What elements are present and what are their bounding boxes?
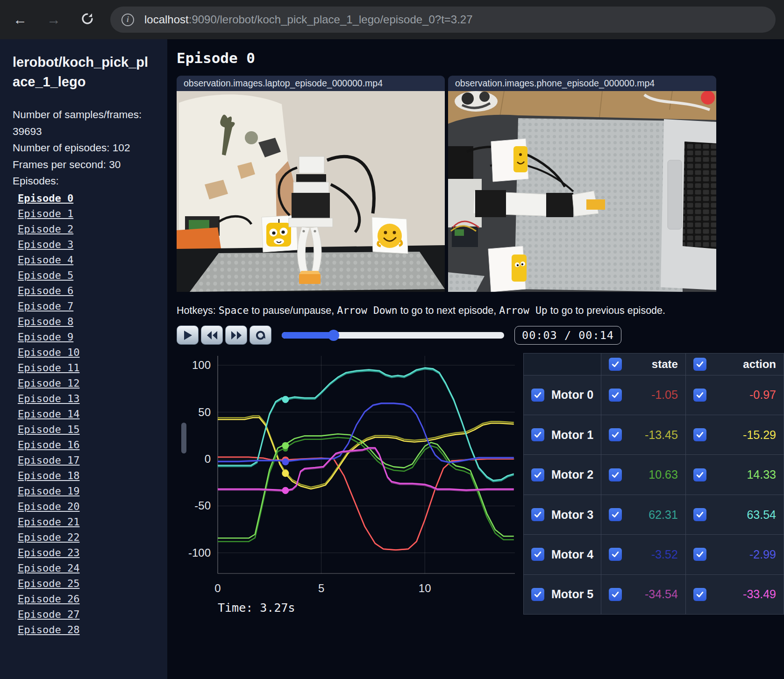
action-column-header: action bbox=[743, 358, 776, 371]
state-value: -13.45 bbox=[645, 428, 678, 442]
table-row: Motor 4-3.52-2.99 bbox=[524, 535, 784, 574]
yellow-brick bbox=[586, 199, 605, 210]
svg-text:100: 100 bbox=[192, 359, 211, 371]
checkbox[interactable] bbox=[531, 428, 544, 441]
motor-label: Motor 1 bbox=[551, 428, 593, 442]
video-frame-laptop bbox=[177, 91, 445, 292]
table-row: Motor 0-1.05-0.97 bbox=[524, 375, 784, 415]
hug-emoji-box bbox=[491, 139, 528, 182]
motor-label: Motor 2 bbox=[551, 468, 593, 481]
checkbox[interactable] bbox=[531, 588, 544, 601]
address-bar[interactable]: i localhost:9090/lerobot/koch_pick_place… bbox=[110, 7, 776, 33]
episode-link[interactable]: Episode 5 bbox=[13, 268, 167, 283]
state-value: -3.52 bbox=[651, 548, 678, 561]
episode-link[interactable]: Episode 2 bbox=[13, 221, 167, 237]
episode-link[interactable]: Episode 28 bbox=[13, 622, 167, 637]
episode-link[interactable]: Episode 4 bbox=[13, 252, 167, 268]
play-button[interactable] bbox=[177, 325, 199, 345]
sidebar: lerobot/koch_pick_place_1_lego Number of… bbox=[0, 39, 167, 679]
motor-5-action-line bbox=[218, 448, 514, 490]
main-content: Episode 0 observation.images.laptop_epis… bbox=[167, 39, 784, 679]
episode-link[interactable]: Episode 21 bbox=[13, 514, 167, 530]
episode-link[interactable]: Episode 1 bbox=[13, 206, 167, 221]
checkbox[interactable] bbox=[531, 548, 544, 561]
checkbox[interactable] bbox=[609, 428, 622, 441]
video-title-phone: observation.images.phone_episode_000000.… bbox=[448, 76, 716, 91]
svg-text:5: 5 bbox=[318, 582, 324, 594]
episode-link[interactable]: Episode 22 bbox=[13, 530, 167, 545]
checkbox[interactable] bbox=[693, 508, 706, 521]
checkbox[interactable] bbox=[609, 548, 622, 561]
action-value: -15.29 bbox=[743, 428, 776, 442]
episode-link[interactable]: Episode 19 bbox=[13, 483, 167, 499]
episode-link[interactable]: Episode 6 bbox=[13, 283, 167, 298]
episode-link[interactable]: Episode 11 bbox=[13, 360, 167, 375]
episode-link[interactable]: Episode 20 bbox=[13, 499, 167, 514]
checkbox[interactable] bbox=[693, 548, 706, 561]
headphones bbox=[455, 91, 498, 112]
episode-link[interactable]: Episode 14 bbox=[13, 406, 167, 422]
checkbox[interactable] bbox=[609, 588, 622, 601]
hug-emoji-box bbox=[372, 217, 408, 254]
rewind-button[interactable] bbox=[201, 325, 223, 345]
episode-list: Episode 0Episode 1Episode 2Episode 3Epis… bbox=[13, 191, 167, 637]
episode-link[interactable]: Episode 10 bbox=[13, 345, 167, 360]
svg-text:0: 0 bbox=[214, 582, 221, 594]
checkbox[interactable] bbox=[693, 358, 706, 371]
motor-1-state-line bbox=[218, 416, 514, 488]
svg-text:-50: -50 bbox=[194, 499, 211, 512]
episode-link[interactable]: Episode 24 bbox=[13, 560, 167, 576]
video-player-phone[interactable]: observation.images.phone_episode_000000.… bbox=[448, 76, 716, 292]
checkbox[interactable] bbox=[693, 389, 706, 402]
checkbox[interactable] bbox=[609, 508, 622, 521]
fast-forward-button[interactable] bbox=[225, 325, 247, 345]
state-value: 10.63 bbox=[649, 468, 678, 481]
episode-link[interactable]: Episode 8 bbox=[13, 314, 167, 329]
seek-slider[interactable] bbox=[282, 332, 504, 339]
checkbox[interactable] bbox=[693, 588, 706, 601]
chart-block: 100500-50-1000510 Time: 3.27s bbox=[177, 351, 520, 615]
episode-link[interactable]: Episode 13 bbox=[13, 391, 167, 406]
episode-link[interactable]: Episode 0 bbox=[13, 191, 167, 206]
checkbox[interactable] bbox=[693, 428, 706, 441]
table-row: Motor 362.3163.54 bbox=[524, 495, 784, 534]
episode-link[interactable]: Episode 12 bbox=[13, 375, 167, 391]
episode-link[interactable]: Episode 27 bbox=[13, 607, 167, 622]
episode-link[interactable]: Episode 18 bbox=[13, 468, 167, 483]
checkbox[interactable] bbox=[531, 389, 544, 402]
motor-label: Motor 0 bbox=[551, 388, 593, 402]
red-object bbox=[701, 91, 715, 105]
episode-link[interactable]: Episode 16 bbox=[13, 437, 167, 453]
info-icon[interactable]: i bbox=[121, 14, 134, 26]
checkbox[interactable] bbox=[609, 358, 622, 371]
episode-link[interactable]: Episode 7 bbox=[13, 298, 167, 314]
table-row: Motor 210.6314.33 bbox=[524, 455, 784, 495]
back-icon[interactable]: ← bbox=[13, 13, 27, 27]
episode-link[interactable]: Episode 9 bbox=[13, 329, 167, 345]
state-value: -1.05 bbox=[651, 388, 678, 402]
reload-icon[interactable] bbox=[80, 12, 94, 28]
seek-slider-thumb[interactable] bbox=[328, 330, 339, 341]
page-title: Episode 0 bbox=[177, 50, 784, 66]
time-display: 00:03 / 00:14 bbox=[514, 326, 621, 345]
state-value: 62.31 bbox=[649, 508, 678, 522]
episode-link[interactable]: Episode 3 bbox=[13, 237, 167, 252]
video-player-laptop[interactable]: observation.images.laptop_episode_000000… bbox=[177, 76, 445, 292]
hotkey-arrow-up: Arrow Up bbox=[499, 304, 548, 316]
episode-link[interactable]: Episode 23 bbox=[13, 545, 167, 560]
checkbox[interactable] bbox=[609, 468, 622, 481]
action-value: -0.97 bbox=[749, 388, 776, 402]
checkbox[interactable] bbox=[531, 468, 544, 481]
stat-episodes: Number of episodes: 102 bbox=[13, 140, 149, 156]
episode-link[interactable]: Episode 15 bbox=[13, 422, 167, 437]
forward-icon[interactable]: → bbox=[47, 13, 61, 27]
episode-link[interactable]: Episode 25 bbox=[13, 576, 167, 591]
checkbox[interactable] bbox=[609, 389, 622, 402]
loop-button[interactable] bbox=[249, 325, 271, 345]
checkbox[interactable] bbox=[531, 508, 544, 521]
video-title-laptop: observation.images.laptop_episode_000000… bbox=[177, 76, 445, 91]
dataset-title: lerobot/koch_pick_place_1_lego bbox=[13, 52, 152, 92]
episode-link[interactable]: Episode 26 bbox=[13, 591, 167, 607]
checkbox[interactable] bbox=[693, 468, 706, 481]
episode-link[interactable]: Episode 17 bbox=[13, 453, 167, 468]
